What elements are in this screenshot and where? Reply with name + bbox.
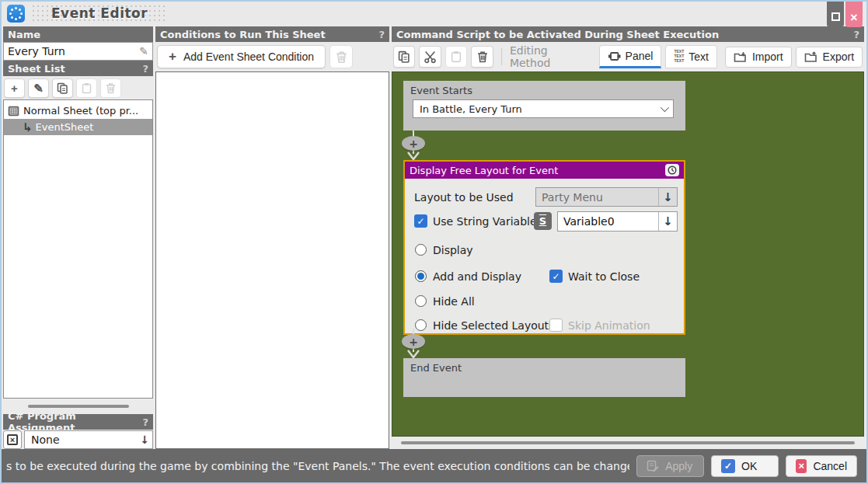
ok-check-icon: ✓ <box>721 459 735 473</box>
sheet-name-input[interactable]: Every Turn ✎ <box>3 42 153 61</box>
conditions-help[interactable]: ? <box>378 29 385 40</box>
sheet-sidebar: Name Every Turn ✎ Sheet List ? + ✎ <box>3 26 153 449</box>
end-event-label: End Event <box>403 358 685 374</box>
delete-sheet-button <box>100 78 121 98</box>
skip-animation-label: Skip Animation <box>568 319 650 332</box>
command-script-toolbar: Editing Method Panel TEXT TEXT TEXT Text… <box>392 42 864 71</box>
ok-button[interactable]: ✓ OK <box>711 455 779 477</box>
rename-sheet-button[interactable]: ✎ <box>28 78 49 98</box>
app-icon <box>7 5 25 23</box>
delete-panel-button[interactable] <box>471 46 493 68</box>
insert-panel-button-top[interactable]: + <box>402 136 425 151</box>
end-event-box[interactable]: End Event <box>403 358 685 397</box>
sheet-tree: Normal Sheet (top pr... ↳ EventSheet <box>3 99 153 399</box>
conditions-header: Conditions to Run This Sheet ? <box>155 26 389 42</box>
apply-icon <box>647 460 659 472</box>
add-condition-button[interactable]: + Add Event Sheet Condition <box>157 45 326 68</box>
copy-panel-button[interactable] <box>393 46 415 68</box>
branch-arrow-icon: ↳ <box>23 120 33 134</box>
dropdown-arrow-icon: ↓ <box>658 188 677 206</box>
event-starts-label: Event Starts <box>403 81 685 96</box>
conditions-list[interactable] <box>155 71 389 449</box>
command-panel-title: Display Free Layout for Event <box>410 165 558 176</box>
hide-selected-layouts-radio-label: Hide Selected Layouts <box>433 319 554 332</box>
tree-item-eventsheet[interactable]: ↳ EventSheet <box>4 119 152 135</box>
sheet-list-toolbar: + ✎ <box>3 76 153 99</box>
add-icon: + <box>11 82 18 94</box>
import-folder-icon <box>734 51 748 63</box>
command-panel-body: Layout to be Used Party Menu ↓ ✓ Use Str… <box>405 179 684 333</box>
connector-top: + <box>399 131 433 162</box>
cut-panel-button[interactable] <box>419 46 441 68</box>
string-variable-select[interactable]: Variable0 ↓ <box>557 211 678 232</box>
panel-mode-button[interactable]: Panel <box>599 45 662 68</box>
trash-icon <box>105 82 117 94</box>
dropdown-arrow-icon: ↓ <box>658 212 677 231</box>
command-script-panel: Command Script to be Activated During Sh… <box>392 26 864 449</box>
apply-button: Apply <box>636 455 704 477</box>
tree-item-normal-sheet[interactable]: Normal Sheet (top pr... <box>4 103 152 119</box>
script-canvas[interactable]: Event Starts In Battle, Every Turn + Dis… <box>392 71 864 437</box>
name-header: Name <box>3 26 153 42</box>
import-button[interactable]: Import <box>725 47 792 68</box>
text-mode-button[interactable]: TEXT TEXT TEXT Text <box>665 45 716 68</box>
csharp-program-value: None <box>31 434 60 446</box>
add-sheet-button[interactable]: + <box>4 78 25 98</box>
string-variable-icon: S <box>534 212 552 230</box>
wait-to-close-checkbox[interactable]: ✓ <box>549 270 563 283</box>
clear-csharp-button[interactable]: × <box>3 430 22 449</box>
status-text: s to be executed during the game by comb… <box>6 460 629 472</box>
sheet-name-value: Every Turn <box>8 45 65 57</box>
copy-icon <box>398 50 410 63</box>
csharp-assignment-row: × None ↓ <box>3 430 153 449</box>
copy-sheet-button[interactable] <box>52 78 73 98</box>
add-and-display-radio-label: Add and Display <box>433 270 521 283</box>
title-bar: Event Editor × <box>2 2 866 25</box>
event-starts-box: Event Starts In Battle, Every Turn <box>403 81 685 131</box>
event-starts-select[interactable]: In Battle, Every Turn <box>413 99 674 118</box>
chevron-down-icon <box>661 103 669 112</box>
paste-icon <box>450 50 462 63</box>
export-folder-icon <box>804 51 818 63</box>
conditions-panel: Conditions to Run This Sheet ? + Add Eve… <box>155 26 389 449</box>
cancel-x-icon: × <box>796 459 807 473</box>
connector-bottom: + <box>399 329 433 360</box>
csharp-help[interactable]: ? <box>142 416 148 428</box>
paste-panel-button <box>445 46 467 68</box>
tree-item-label: Normal Sheet (top pr... <box>23 105 138 117</box>
scissors-icon <box>424 50 437 64</box>
event-editor-window: Event Editor × Name Every Turn ✎ Sheet L… <box>0 0 868 484</box>
sheet-list-header: Sheet List ? <box>3 61 153 76</box>
skip-animation-checkbox <box>549 319 563 332</box>
layout-select[interactable]: Party Menu ↓ <box>535 187 678 207</box>
canvas-hscrollbar[interactable] <box>392 437 864 449</box>
display-free-layout-panel[interactable]: Display Free Layout for Event Layout to … <box>403 160 685 335</box>
use-string-variable-label: Use String Variable <box>433 215 537 228</box>
display-radio-label: Display <box>433 244 473 256</box>
layout-to-be-used-label: Layout to be Used <box>414 191 514 204</box>
status-bar: s to be executed during the game by comb… <box>2 449 866 482</box>
display-radio[interactable] <box>415 244 427 256</box>
editing-method-label: Editing Method <box>510 44 591 69</box>
restore-window-button[interactable] <box>827 2 844 27</box>
export-button[interactable]: Export <box>796 47 863 68</box>
sheet-list-help[interactable]: ? <box>142 63 148 75</box>
insert-panel-button-bottom[interactable]: + <box>402 334 425 349</box>
dropdown-arrow-icon: ↓ <box>140 434 149 446</box>
trash-icon <box>476 50 489 63</box>
hide-all-radio[interactable] <box>415 295 427 307</box>
text-icon: TEXT TEXT TEXT <box>674 50 684 63</box>
command-panel-header[interactable]: Display Free Layout for Event <box>405 162 684 179</box>
tree-item-label: EventSheet <box>36 121 94 133</box>
event-starts-value: In Battle, Every Turn <box>420 103 522 115</box>
csharp-program-select[interactable]: None ↓ <box>24 430 153 449</box>
panel-icon <box>608 50 621 62</box>
clear-x-icon: × <box>7 434 18 445</box>
close-window-button[interactable]: × <box>845 2 863 27</box>
use-string-variable-checkbox[interactable]: ✓ <box>414 214 427 228</box>
cancel-button[interactable]: × Cancel <box>786 455 857 477</box>
command-script-help[interactable]: ? <box>853 29 859 40</box>
add-and-display-radio[interactable] <box>415 270 427 282</box>
csharp-header: C# Program Assignment ? <box>3 414 153 430</box>
paste-sheet-button <box>76 78 97 98</box>
